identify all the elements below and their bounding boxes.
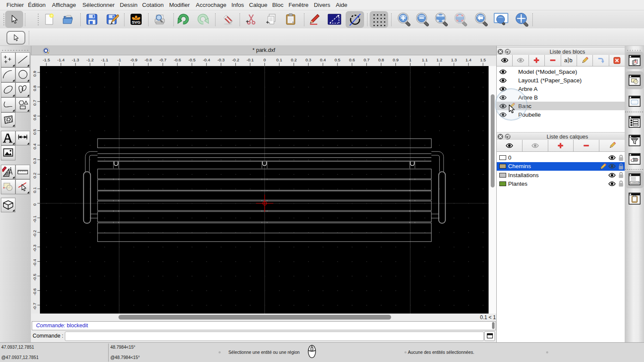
svg-text:0.2: 0.2 bbox=[32, 172, 37, 178]
svg-text:1.2: 1.2 bbox=[436, 57, 442, 62]
svg-text:1.5: 1.5 bbox=[480, 57, 486, 62]
svg-text:A: A bbox=[634, 60, 637, 64]
svg-text:SVG: SVG bbox=[132, 20, 140, 24]
svg-text:-0.3: -0.3 bbox=[217, 57, 225, 62]
svg-text:0.8: 0.8 bbox=[378, 57, 384, 62]
svg-text:-0.5: -0.5 bbox=[32, 274, 37, 281]
svg-text:a: a bbox=[564, 57, 568, 63]
svg-text:-0.5: -0.5 bbox=[188, 57, 196, 62]
svg-text:-1.4: -1.4 bbox=[57, 57, 64, 62]
svg-text:0: 0 bbox=[264, 57, 266, 62]
svg-text:0.3: 0.3 bbox=[305, 57, 311, 62]
svg-text:-0.6: -0.6 bbox=[32, 288, 37, 295]
svg-text:-0.2: -0.2 bbox=[32, 230, 37, 237]
svg-text:0.7: 0.7 bbox=[32, 100, 37, 106]
svg-text:-0.3: -0.3 bbox=[32, 244, 37, 252]
svg-text:-1.3: -1.3 bbox=[72, 57, 79, 62]
svg-text:0.1: 0.1 bbox=[276, 57, 283, 62]
svg-text:1.4: 1.4 bbox=[465, 57, 471, 62]
svg-text:0.1: 0.1 bbox=[32, 187, 37, 193]
svg-text:-0.2: -0.2 bbox=[232, 57, 239, 62]
svg-text:-0.4: -0.4 bbox=[203, 57, 210, 62]
svg-text:0.7: 0.7 bbox=[364, 57, 370, 62]
svg-text:-0.7: -0.7 bbox=[159, 57, 167, 62]
svg-text:0.5: 0.5 bbox=[334, 57, 340, 62]
svg-text:-0.1: -0.1 bbox=[246, 57, 254, 62]
svg-text:-0.7: -0.7 bbox=[32, 303, 37, 310]
svg-text:-0.6: -0.6 bbox=[174, 57, 181, 62]
svg-text:0.9: 0.9 bbox=[32, 71, 37, 77]
svg-text:0.4: 0.4 bbox=[320, 57, 326, 62]
svg-text:1.1: 1.1 bbox=[422, 57, 428, 62]
svg-text:0: 0 bbox=[32, 203, 37, 206]
svg-text:-0.9: -0.9 bbox=[130, 57, 137, 62]
svg-text:0.3: 0.3 bbox=[32, 158, 37, 164]
svg-text:1.3: 1.3 bbox=[451, 57, 457, 62]
svg-text:0.6: 0.6 bbox=[349, 57, 355, 62]
svg-text:-0.1: -0.1 bbox=[32, 215, 37, 223]
svg-text:1: 1 bbox=[409, 57, 411, 62]
svg-text:c command: c command bbox=[631, 182, 638, 184]
svg-text:0.8: 0.8 bbox=[32, 85, 37, 91]
svg-text:-1.5: -1.5 bbox=[43, 57, 50, 62]
svg-text:0.2: 0.2 bbox=[291, 57, 297, 62]
svg-text:-1.2: -1.2 bbox=[86, 57, 94, 62]
svg-text:0.4: 0.4 bbox=[32, 143, 37, 149]
svg-text:0.9: 0.9 bbox=[393, 57, 399, 62]
svg-text:b: b bbox=[569, 57, 572, 63]
svg-text:0.6: 0.6 bbox=[32, 114, 37, 120]
svg-text:0.5: 0.5 bbox=[32, 129, 37, 135]
svg-text:-0.4: -0.4 bbox=[32, 259, 37, 266]
svg-text:-0.8: -0.8 bbox=[145, 57, 152, 62]
svg-text:-1: -1 bbox=[117, 57, 121, 62]
svg-text:-1.1: -1.1 bbox=[101, 57, 108, 62]
